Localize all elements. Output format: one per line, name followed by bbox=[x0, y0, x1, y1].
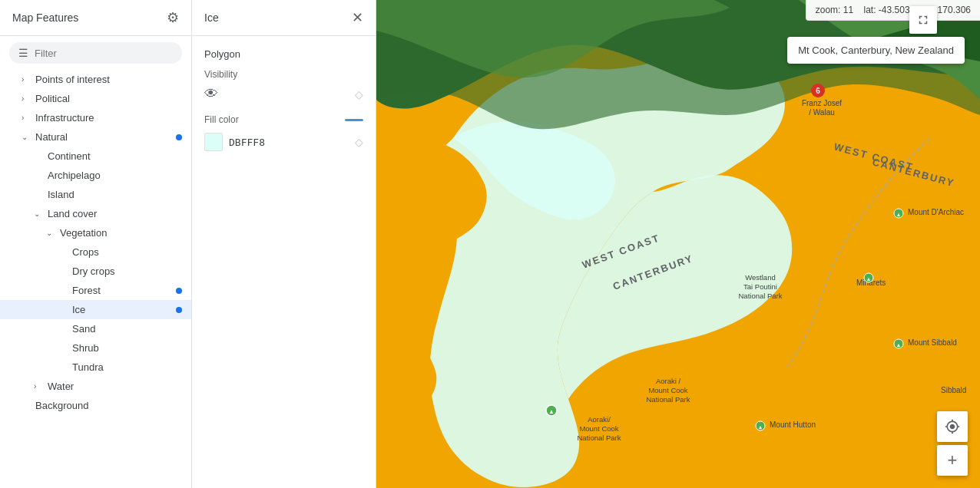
sidebar-item-label: Sand bbox=[72, 323, 95, 335]
svg-text:▲: ▲ bbox=[866, 276, 872, 282]
sidebar-item-crops[interactable]: Crops bbox=[0, 242, 191, 262]
eye-icon[interactable]: 👁 bbox=[204, 86, 218, 102]
svg-text:▲: ▲ bbox=[548, 408, 555, 415]
gear-icon[interactable]: ⚙ bbox=[167, 9, 179, 26]
sidebar-item-label: Natural bbox=[35, 131, 68, 143]
svg-text:▲: ▲ bbox=[896, 342, 902, 348]
map-topbar: zoom: 11 lat: -43.503 lng: 170.306 bbox=[806, 0, 980, 21]
sidebar-item-shrub[interactable]: Shrub bbox=[0, 338, 191, 358]
sidebar-item-infrastructure[interactable]: ›Infrastructure bbox=[0, 108, 191, 127]
sidebar-item-land-cover[interactable]: ⌄Land cover bbox=[0, 204, 191, 223]
chevron-icon: › bbox=[22, 114, 32, 122]
chevron-icon: › bbox=[22, 75, 32, 84]
map-controls: + bbox=[937, 411, 968, 476]
color-swatch-row[interactable]: DBFFF8 ◇ bbox=[204, 133, 363, 151]
sidebar-item-background[interactable]: Background bbox=[0, 396, 191, 415]
sidebar-item-points-of-interest[interactable]: ›Points of interest bbox=[0, 70, 191, 89]
sidebar-item-label: Political bbox=[35, 93, 70, 104]
visibility-row: 👁 ◇ bbox=[204, 86, 363, 102]
visibility-diamond-icon[interactable]: ◇ bbox=[355, 88, 363, 101]
svg-text:Mount Cook: Mount Cook bbox=[579, 424, 618, 433]
fill-color-line bbox=[345, 119, 363, 121]
sidebar-item-continent[interactable]: Continent bbox=[0, 147, 191, 166]
svg-text:Mount D'Archiac: Mount D'Archiac bbox=[908, 208, 964, 216]
sidebar-item-label: Ice bbox=[72, 304, 85, 315]
sidebar-title: Map Features bbox=[12, 12, 78, 24]
sidebar-item-label: Forest bbox=[72, 285, 101, 296]
sidebar-item-label: Water bbox=[48, 381, 74, 392]
svg-text:Tai Poutini: Tai Poutini bbox=[743, 282, 777, 291]
sidebar-header: Map Features ⚙ bbox=[0, 0, 191, 36]
svg-text:/ Walau: / Walau bbox=[809, 108, 835, 117]
polygon-label: Polygon bbox=[204, 48, 363, 60]
svg-text:National Park: National Park bbox=[577, 434, 621, 442]
sidebar-item-natural[interactable]: ⌄Natural bbox=[0, 127, 191, 147]
chevron-icon: › bbox=[22, 94, 32, 103]
color-swatch[interactable] bbox=[204, 133, 223, 151]
active-dot bbox=[176, 134, 182, 140]
location-popup: Mt Cook, Canterbury, New Zealand bbox=[787, 37, 965, 64]
sidebar-item-label: Dry crops bbox=[72, 265, 115, 277]
fullscreen-button[interactable] bbox=[909, 6, 937, 34]
sidebar-item-label: Points of interest bbox=[35, 74, 110, 85]
sidebar-item-island[interactable]: Island bbox=[0, 185, 191, 204]
sidebar-item-label: Vegetation bbox=[60, 227, 107, 239]
feature-panel: Ice ✕ Polygon Visibility 👁 ◇ Fill color … bbox=[192, 0, 376, 488]
panel-title: Ice bbox=[204, 12, 219, 24]
lat-value: -43.503 bbox=[879, 5, 910, 15]
sidebar-item-label: Tundra bbox=[72, 361, 104, 373]
svg-text:Westland: Westland bbox=[745, 273, 775, 282]
sidebar-item-label: Crops bbox=[72, 246, 99, 258]
sidebar-item-archipelago[interactable]: Archipelago bbox=[0, 166, 191, 185]
svg-text:National Park: National Park bbox=[646, 395, 690, 404]
svg-text:6: 6 bbox=[816, 87, 820, 95]
color-hex-value: DBFFF8 bbox=[229, 137, 265, 148]
sidebar-item-label: Island bbox=[48, 189, 74, 200]
chevron-icon: ⌄ bbox=[34, 209, 45, 218]
zoom-value: 11 bbox=[843, 5, 853, 15]
svg-text:Aoraki/: Aoraki/ bbox=[588, 415, 611, 424]
filter-icon: ☰ bbox=[18, 47, 28, 59]
panel-header: Ice ✕ bbox=[192, 0, 376, 36]
map-svg: 6 Franz Josef / Walau WEST COAST WEST CO… bbox=[376, 0, 980, 488]
sidebar-item-ice[interactable]: Ice bbox=[0, 300, 191, 319]
svg-text:Aoraki /: Aoraki / bbox=[656, 377, 681, 385]
chevron-icon: › bbox=[34, 382, 45, 391]
map-area[interactable]: 6 Franz Josef / Walau WEST COAST WEST CO… bbox=[376, 0, 980, 488]
sidebar-item-political[interactable]: ›Political bbox=[0, 89, 191, 108]
svg-text:Franz Josef: Franz Josef bbox=[802, 99, 842, 107]
sidebar-item-label: Shrub bbox=[72, 342, 99, 354]
sidebar-item-vegetation[interactable]: ⌄Vegetation bbox=[0, 223, 191, 242]
sidebar-item-water[interactable]: ›Water bbox=[0, 377, 191, 396]
filter-input[interactable] bbox=[35, 48, 173, 59]
svg-text:Mount Hutton: Mount Hutton bbox=[770, 420, 816, 429]
chevron-icon: ⌄ bbox=[46, 229, 57, 237]
sidebar-item-label: Background bbox=[35, 400, 88, 411]
sidebar-item-label: Land cover bbox=[48, 208, 97, 219]
svg-text:Mount Cook: Mount Cook bbox=[648, 386, 687, 394]
close-icon[interactable]: ✕ bbox=[352, 9, 363, 26]
sidebar-item-forest[interactable]: Forest bbox=[0, 281, 191, 300]
tree-container: ›Points of interest›Political›Infrastruc… bbox=[0, 70, 191, 415]
sidebar-item-label: Infrastructure bbox=[35, 112, 94, 124]
sidebar-item-label: Continent bbox=[48, 150, 91, 162]
svg-text:Sibbald: Sibbald bbox=[941, 386, 966, 394]
sidebar-item-tundra[interactable]: Tundra bbox=[0, 358, 191, 377]
svg-text:▲: ▲ bbox=[896, 212, 902, 217]
panel-body: Polygon Visibility 👁 ◇ Fill color DBFFF8… bbox=[192, 36, 376, 488]
active-dot bbox=[176, 307, 182, 313]
svg-text:Mount Sibbald: Mount Sibbald bbox=[908, 338, 957, 347]
zoom-in-button[interactable]: + bbox=[937, 445, 968, 476]
sidebar-item-label: Archipelago bbox=[48, 170, 101, 181]
location-button[interactable] bbox=[937, 411, 968, 442]
sidebar: Map Features ⚙ ☰ ›Points of interest›Pol… bbox=[0, 0, 192, 488]
color-diamond-icon[interactable]: ◇ bbox=[355, 136, 363, 148]
chevron-icon: ⌄ bbox=[22, 133, 32, 141]
fill-color-row: Fill color bbox=[204, 114, 363, 125]
lng-value: 170.306 bbox=[938, 5, 971, 15]
sidebar-item-dry-crops[interactable]: Dry crops bbox=[0, 262, 191, 281]
fill-color-label: Fill color bbox=[204, 114, 239, 125]
visibility-label: Visibility bbox=[204, 69, 363, 80]
location-text: Mt Cook, Canterbury, New Zealand bbox=[798, 45, 954, 56]
sidebar-item-sand[interactable]: Sand bbox=[0, 319, 191, 338]
